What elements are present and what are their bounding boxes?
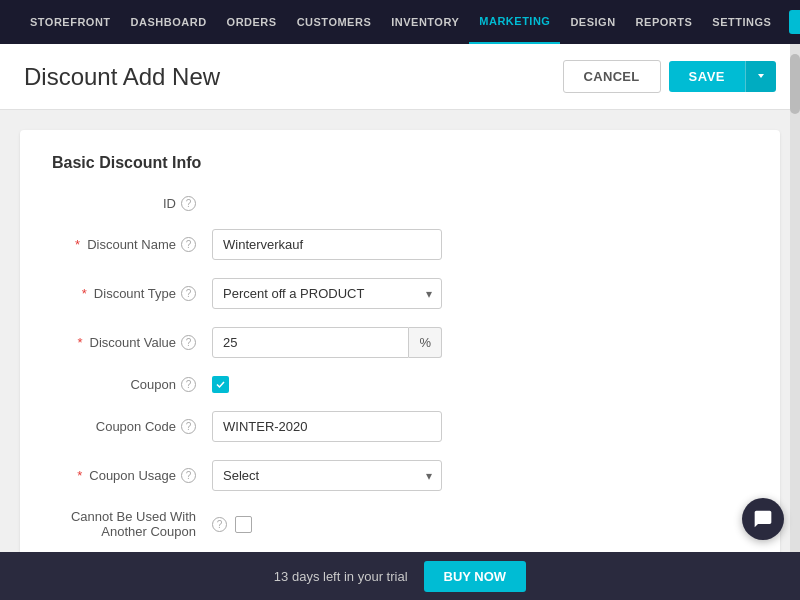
cancel-button[interactable]: CANCEL (563, 60, 661, 93)
top-navigation: STOREFRONT DASHBOARD ORDERS CUSTOMERS IN… (0, 0, 800, 44)
publish-button[interactable]: PUBLISH (789, 10, 800, 34)
coupon-usage-select-wrapper: Select ▾ (212, 460, 442, 491)
nav-item-marketing[interactable]: MARKETING (469, 0, 560, 44)
discount-value-help-icon[interactable]: ? (181, 335, 196, 350)
nav-item-inventory[interactable]: INVENTORY (381, 0, 469, 44)
coupon-code-help-icon[interactable]: ? (181, 419, 196, 434)
coupon-code-label: Coupon Code ? (52, 419, 212, 434)
cannot-coupon-row: Cannot Be Used With Another Coupon ? (52, 509, 748, 539)
coupon-help-icon[interactable]: ? (181, 377, 196, 392)
id-help-icon[interactable]: ? (181, 196, 196, 211)
save-group: SAVE (669, 61, 776, 92)
content-area: Basic Discount Info ID ? * Discount Name… (0, 110, 800, 558)
nav-item-customers[interactable]: CUSTOMERS (287, 0, 382, 44)
discount-value-row: * Discount Value ? % (52, 327, 748, 358)
cannot-coupon-wrapper: ? (212, 516, 252, 533)
discount-type-help-icon[interactable]: ? (181, 286, 196, 301)
svg-marker-3 (758, 74, 764, 78)
cannot-coupon-help-icon[interactable]: ? (212, 517, 227, 532)
coupon-code-input[interactable] (212, 411, 442, 442)
save-dropdown-button[interactable] (745, 61, 776, 92)
discount-name-label: * Discount Name ? (52, 237, 212, 252)
coupon-usage-row: * Coupon Usage ? Select ▾ (52, 460, 748, 491)
discount-name-row: * Discount Name ? (52, 229, 748, 260)
trial-bar: 13 days left in your trial BUY NOW (0, 552, 800, 600)
discount-card: Basic Discount Info ID ? * Discount Name… (20, 130, 780, 558)
scrollbar-thumb (790, 54, 800, 114)
discount-value-unit: % (409, 327, 442, 358)
nav-item-orders[interactable]: ORDERS (217, 0, 287, 44)
discount-name-input[interactable] (212, 229, 442, 260)
cannot-coupon-label: Cannot Be Used With Another Coupon (52, 509, 212, 539)
coupon-usage-label: * Coupon Usage ? (52, 468, 212, 483)
coupon-code-row: Coupon Code ? (52, 411, 748, 442)
discount-value-input[interactable] (212, 327, 409, 358)
coupon-label: Coupon ? (52, 377, 212, 392)
nav-item-reports[interactable]: REPORTS (626, 0, 703, 44)
page-scrollbar[interactable] (790, 44, 800, 552)
chat-bubble-button[interactable] (742, 498, 784, 540)
coupon-checkbox-wrapper (212, 376, 229, 393)
coupon-row: Coupon ? (52, 376, 748, 393)
coupon-checkbox[interactable] (212, 376, 229, 393)
id-label: ID ? (52, 196, 212, 211)
coupon-usage-select[interactable]: Select (212, 460, 442, 491)
discount-type-select[interactable]: Percent off a PRODUCT (212, 278, 442, 309)
nav-item-design[interactable]: DESIGN (560, 0, 625, 44)
page-title: Discount Add New (24, 63, 220, 91)
nav-item-settings[interactable]: SETTINGS (702, 0, 781, 44)
discount-value-wrapper: % (212, 327, 442, 358)
discount-name-help-icon[interactable]: ? (181, 237, 196, 252)
discount-type-row: * Discount Type ? Percent off a PRODUCT … (52, 278, 748, 309)
nav-items: STOREFRONT DASHBOARD ORDERS CUSTOMERS IN… (20, 0, 781, 44)
header-actions: CANCEL SAVE (563, 60, 776, 93)
discount-value-label: * Discount Value ? (52, 335, 212, 350)
discount-type-label: * Discount Type ? (52, 286, 212, 301)
cannot-coupon-checkbox[interactable] (235, 516, 252, 533)
coupon-usage-help-icon[interactable]: ? (181, 468, 196, 483)
page-header: Discount Add New CANCEL SAVE (0, 44, 800, 110)
buy-now-button[interactable]: BUY NOW (424, 561, 527, 592)
nav-item-dashboard[interactable]: DASHBOARD (121, 0, 217, 44)
nav-item-storefront[interactable]: STOREFRONT (20, 0, 121, 44)
discount-type-select-wrapper: Percent off a PRODUCT ▾ (212, 278, 442, 309)
card-title: Basic Discount Info (52, 154, 748, 172)
id-row: ID ? (52, 196, 748, 211)
save-button[interactable]: SAVE (669, 61, 745, 92)
trial-text: 13 days left in your trial (274, 569, 408, 584)
